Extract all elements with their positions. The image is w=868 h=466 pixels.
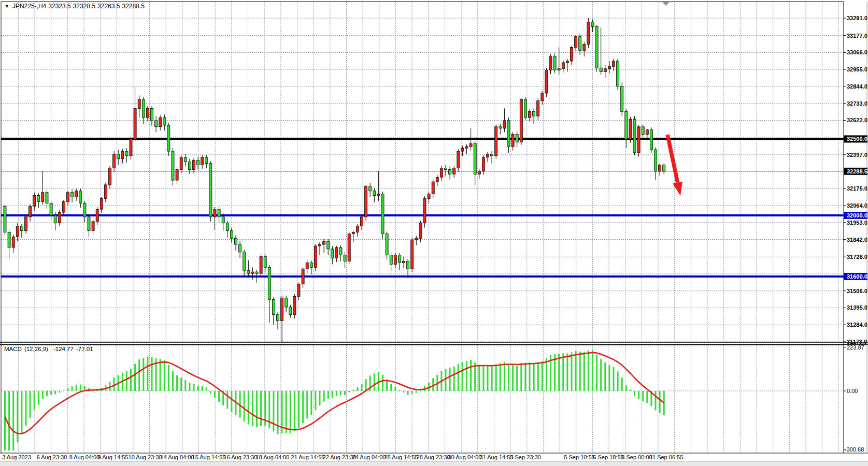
candle-body	[25, 217, 27, 231]
candle-body	[293, 296, 296, 314]
candle-body	[369, 186, 372, 191]
candle-body	[453, 168, 456, 174]
candle-body	[113, 154, 116, 168]
candle-body	[487, 154, 489, 157]
candle-body	[650, 130, 652, 150]
candle-body	[621, 86, 623, 112]
candle-body	[79, 191, 82, 203]
candle-body	[33, 196, 36, 207]
candle-body	[386, 234, 388, 255]
candle-body	[562, 63, 564, 69]
candle-body	[642, 127, 644, 135]
candle-body	[289, 307, 292, 315]
price-axis-label: 31506.0	[847, 288, 867, 294]
current-price-tag: 32288.5	[844, 168, 867, 175]
candle-body	[268, 267, 271, 299]
candle-body	[575, 37, 577, 48]
time-axis-label: 6 Aug 23:30	[37, 454, 67, 460]
candle-body	[8, 232, 10, 247]
black-line-price-tag: 32500.0	[844, 135, 867, 142]
time-axis-labels[interactable]: 3 Aug 20236 Aug 23:308 Aug 04:009 Aug 14…	[2, 454, 683, 460]
ohlc-open: 32323.5	[48, 3, 70, 10]
candle-body	[71, 193, 74, 197]
candle-body	[529, 111, 531, 118]
time-axis-label: 9 Aug 14:55	[98, 454, 129, 460]
candle-body	[226, 223, 229, 231]
candle-body	[633, 119, 636, 153]
candle-body	[247, 270, 250, 273]
price-axis-label: 32733.0	[847, 100, 867, 107]
candle-body	[134, 108, 136, 139]
time-axis-label: 6 Sep 18:55	[593, 454, 623, 460]
candle-body	[58, 212, 61, 223]
candle-body	[155, 121, 158, 127]
candle-body	[491, 154, 493, 156]
macd-name: MACD(12,26,9)	[4, 346, 51, 352]
candle-body	[465, 147, 468, 148]
candle-body	[100, 199, 103, 210]
candle-body	[516, 135, 518, 142]
price-axis-label: 32397.0	[847, 152, 867, 158]
candle-body	[264, 257, 266, 268]
time-axis-label: 14 Aug 04:00	[161, 454, 194, 460]
candle-body	[176, 169, 178, 180]
ohlc-high: 32328.5	[73, 3, 95, 10]
candle-body	[583, 44, 586, 50]
candle-body	[553, 56, 556, 70]
symbol-period-label: JPN225-,H4	[12, 3, 46, 10]
candle-body	[617, 61, 619, 86]
price-axis-label: 32064.0	[847, 202, 867, 209]
candle-body	[184, 157, 187, 162]
candle-body	[146, 108, 149, 118]
macd-indicator-label: MACD(12,26,9)-124.77-77.01	[4, 346, 96, 352]
time-axis-label: 16 Aug 23:30	[224, 454, 258, 460]
candle-body	[272, 299, 275, 315]
price-axis-label: 32955.0	[847, 66, 867, 72]
symbol-dropdown-icon[interactable]: ▼	[5, 4, 9, 9]
candle-body	[646, 130, 648, 135]
candle-body	[356, 226, 359, 232]
candle-body	[214, 209, 216, 217]
candle-body	[16, 226, 19, 237]
candle-body	[469, 143, 472, 147]
candle-body	[507, 121, 510, 147]
candle-body	[297, 284, 300, 297]
time-axis-label: 8 Aug 04:00	[69, 454, 100, 460]
candle-body	[613, 61, 615, 66]
price-axis-label: 31842.0	[847, 237, 867, 243]
candle-body	[499, 127, 502, 128]
candle-body	[151, 108, 153, 121]
candle-body	[163, 118, 166, 125]
candle-body	[637, 127, 640, 153]
price-axis-label: 31728.0	[847, 254, 867, 260]
price-axis-label: 33066.0	[847, 49, 867, 55]
price-axis-label: 33177.0	[847, 33, 867, 39]
candle-body	[571, 47, 573, 61]
candle-body	[591, 22, 594, 27]
candle-body	[67, 193, 69, 202]
candle-body	[243, 252, 246, 270]
ohlc-close: 32288.5	[122, 3, 144, 10]
candle-body	[604, 69, 606, 72]
macd-scale-top: 223.87	[847, 344, 864, 351]
candle-body	[104, 185, 107, 199]
candle-body	[482, 157, 485, 171]
candle-body	[62, 201, 65, 212]
time-axis-label: 10 Aug 23:30	[129, 454, 162, 460]
candle-body	[239, 244, 241, 252]
chart-canvas[interactable]: 33291.033177.033066.032955.032844.032733…	[0, 0, 868, 466]
candle-body	[310, 263, 312, 267]
candle-body	[20, 226, 23, 231]
candle-body	[403, 261, 405, 263]
candle-body	[440, 168, 443, 177]
candle-body	[445, 168, 447, 169]
candle-body	[285, 298, 288, 307]
candle-body	[172, 151, 174, 180]
window-bottom-strip	[0, 461, 868, 466]
candle-body	[423, 199, 426, 223]
candle-body	[4, 206, 6, 232]
candle-body	[520, 99, 522, 142]
black-line-price-tag-text: 32500.0	[847, 136, 867, 142]
candle-body	[205, 157, 208, 164]
time-axis-label: 5 Sep 10:55	[564, 454, 594, 460]
